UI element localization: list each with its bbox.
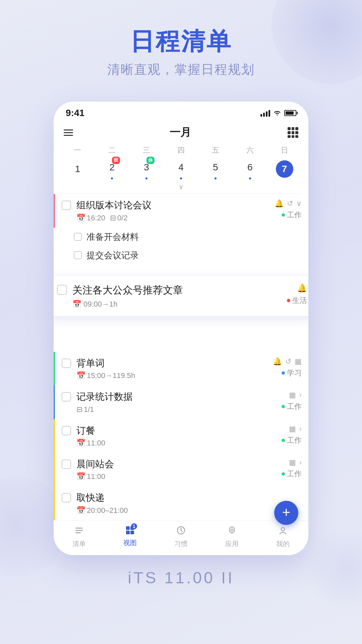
arrow-icon-3[interactable]: ›: [299, 391, 302, 399]
page-title: 日程清单: [0, 27, 362, 56]
task-item-3[interactable]: 记录统计数据 ⊟ 1/1 ▦ › 工作: [54, 385, 308, 419]
task-checkbox-6[interactable]: [62, 493, 71, 502]
alarm-icon-1: 🔔: [275, 199, 284, 208]
day-3[interactable]: 3 休: [129, 159, 164, 179]
tab-icon-profile: [278, 525, 288, 538]
tab-item-apps[interactable]: 应用: [206, 525, 257, 548]
tab-item-list[interactable]: 清单: [54, 525, 105, 548]
grid-icon-2: ▦: [295, 357, 302, 366]
alarm-icon-2: 🔔: [273, 357, 282, 366]
arrow-icon-4[interactable]: ›: [299, 425, 302, 433]
arrow-icon-5[interactable]: ›: [299, 458, 302, 467]
tab-item-habit[interactable]: 习惯: [156, 525, 206, 548]
week-header: 一 二 三 四 五 六 日: [54, 143, 308, 157]
task-meta-5: 📅 11:00: [76, 472, 278, 481]
subtask-checkbox-1-1[interactable]: [74, 233, 82, 241]
svg-rect-6: [130, 531, 134, 534]
task-checkbox-4[interactable]: [62, 426, 71, 435]
svg-rect-3: [126, 526, 130, 530]
day-1[interactable]: 1: [60, 160, 95, 178]
tag-text-5: 工作: [287, 469, 302, 479]
tab-icon-list: [74, 525, 84, 538]
svg-marker-8: [230, 527, 234, 533]
task-title-6: 取快递: [76, 492, 298, 504]
tab-label-view: 视图: [123, 538, 137, 547]
weekday-thu: 四: [164, 145, 198, 155]
tab-label-profile: 我的: [276, 539, 290, 548]
task-checkbox-1[interactable]: [62, 201, 71, 210]
menu-icon[interactable]: [64, 129, 73, 136]
task-time-2: 📅 15:00→119.5h: [76, 371, 135, 380]
tab-badge-wrapper-view: 1: [125, 525, 135, 537]
task-item-1[interactable]: 组织版本讨论会议 📅 16:20 ⊟ 0/2 🔔: [54, 194, 308, 227]
weekday-sun: 日: [267, 145, 302, 155]
tag-dot-1: [282, 213, 285, 217]
floating-time: 09:00→1h: [83, 300, 118, 309]
task-right-2: 🔔 ↺ ▦ 学习: [273, 357, 302, 378]
grid-icon-3: ▦: [289, 391, 296, 399]
task-title-1: 组织版本讨论会议: [76, 199, 271, 211]
tab-item-profile[interactable]: 我的: [257, 525, 308, 548]
subtask-checkbox-1-2[interactable]: [74, 251, 82, 259]
tab-icon-apps: [227, 525, 237, 538]
task-checkbox-3[interactable]: [62, 392, 71, 401]
floating-meta: 📅 09:00→1h: [72, 300, 282, 309]
day-2[interactable]: 2 班: [95, 159, 129, 179]
status-bar: 9:41: [54, 102, 308, 122]
task-time-1: 📅 16:20: [76, 214, 105, 222]
repeat-icon-1: ↺: [287, 199, 293, 208]
task-meta-6: 📅 20:00–21:00: [76, 506, 298, 515]
task-content-1: 组织版本讨论会议 📅 16:20 ⊟ 0/2: [76, 199, 271, 222]
subtask-title-1-2: 提交会议记录: [86, 250, 139, 261]
subtask-1-2[interactable]: 提交会议记录: [54, 246, 308, 265]
floating-content: 关注各大公众号推荐文章 📅 09:00→1h: [72, 283, 282, 309]
weekday-sat: 六: [233, 145, 267, 155]
tab-label-list: 清单: [72, 539, 86, 548]
task-content-4: 订餐 📅 11:00: [76, 425, 278, 447]
tab-bar: 清单 1 视图: [54, 520, 308, 555]
task-right-5: ▦ › 工作: [282, 458, 302, 479]
tab-badge-view: 1: [131, 523, 137, 529]
day-5[interactable]: 5: [198, 159, 233, 179]
tab-icon-habit: [176, 525, 186, 538]
task-content-6: 取快递 📅 20:00–21:00: [76, 492, 298, 515]
task-tag-1: 工作: [282, 210, 302, 220]
floating-title: 关注各大公众号推荐文章: [72, 283, 282, 297]
floating-checkbox[interactable]: [57, 285, 67, 295]
floating-tag-text: 生活: [292, 296, 307, 306]
tag-dot-3: [282, 405, 285, 408]
tab-label-apps: 应用: [225, 539, 239, 548]
task-actions-3: ▦ ›: [289, 391, 302, 399]
fab-add-button[interactable]: +: [274, 501, 298, 525]
subtask-1-1[interactable]: 准备开会材料: [54, 228, 308, 246]
task-tag-2: 学习: [282, 368, 302, 378]
tab-label-habit: 习惯: [174, 539, 188, 548]
task-content-3: 记录统计数据 ⊟ 1/1: [76, 391, 278, 414]
task-tag-5: 工作: [282, 469, 302, 479]
calendar-view-icon[interactable]: [288, 127, 298, 138]
task-checkbox-5[interactable]: [62, 460, 71, 469]
month-title: 一月: [170, 125, 191, 140]
weekday-mon: 一: [60, 145, 95, 155]
task-meta-2: 📅 15:00→119.5h: [76, 371, 269, 380]
tab-item-view[interactable]: 1 视图: [105, 525, 156, 548]
task-meta-1: 📅 16:20 ⊟ 0/2: [76, 214, 271, 222]
task-actions-4: ▦ ›: [289, 425, 302, 433]
svg-rect-2: [75, 532, 81, 533]
calendar-expand-arrow[interactable]: ∨: [54, 182, 308, 194]
task-actions-2: 🔔 ↺ ▦: [273, 357, 302, 366]
task-item-4[interactable]: 订餐 📅 11:00 ▦ › 工作: [54, 419, 308, 453]
task-checkbox-2[interactable]: [62, 359, 71, 368]
expand-icon-1[interactable]: ∨: [296, 199, 302, 208]
task-item-5[interactable]: 晨间站会 📅 11:00 ▦ › 工作: [54, 453, 308, 486]
day-4[interactable]: 4: [164, 159, 198, 179]
day-6[interactable]: 6: [233, 159, 267, 179]
grid-icon-5: ▦: [289, 458, 296, 467]
floating-bell-icon: 🔔: [297, 283, 307, 293]
day-7[interactable]: 7: [267, 160, 302, 178]
task-item-2[interactable]: 背单词 📅 15:00→119.5h 🔔 ↺ ▦: [54, 352, 308, 385]
repeat-icon-2: ↺: [285, 357, 291, 366]
task-title-4: 订餐: [76, 425, 278, 437]
status-icons: [260, 109, 296, 117]
task-item-6[interactable]: 取快递 📅 20:00–21:00: [54, 486, 308, 520]
